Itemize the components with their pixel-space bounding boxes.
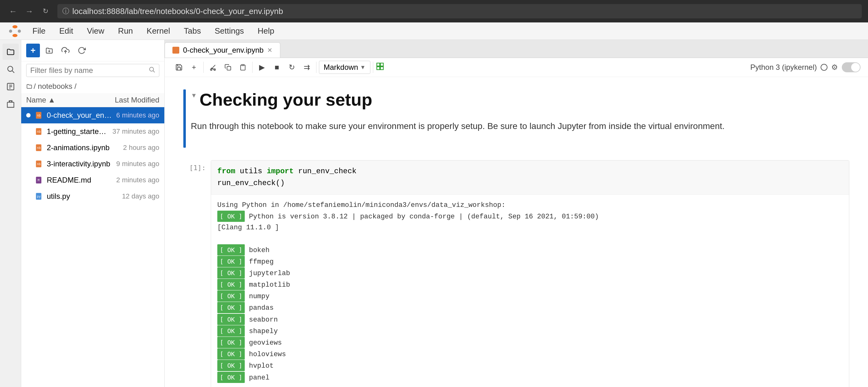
file-item-3[interactable]: nb 3-interactivity.ipynb 9 minutes ago [21, 156, 164, 172]
sidebar-icon-folder[interactable] [2, 44, 19, 60]
file-time-0: 6 minutes ago [116, 111, 159, 119]
cell-type-arrow: ▼ [360, 64, 366, 71]
svg-rect-36 [377, 63, 379, 66]
active-dot [26, 113, 31, 118]
menu-tabs[interactable]: Tabs [177, 24, 207, 38]
notebook-content: ▼ Checking your setup Run through this n… [165, 77, 868, 387]
search-input[interactable] [30, 66, 146, 75]
col-name-header[interactable]: Name ▲ [26, 96, 103, 104]
pkg-hvplot: [ OK ] hvplot [217, 360, 843, 372]
file-name-4: README.md [47, 176, 113, 185]
file-time-1: 37 minutes ago [113, 127, 159, 135]
file-name-3: 3-interactivity.ipynb [47, 160, 113, 168]
menu-view[interactable]: View [81, 24, 111, 38]
svg-point-2 [9, 30, 12, 33]
svg-point-4 [7, 66, 12, 71]
new-folder-button[interactable] [42, 44, 56, 57]
cut-button[interactable] [206, 60, 220, 74]
kernel-status-circle [820, 64, 828, 71]
file-browser: + [21, 40, 165, 387]
sidebar-icons [0, 40, 21, 387]
pkg-geoviews: [ OK ] geoviews [217, 337, 843, 348]
menu-bar: File Edit View Run Kernel Tabs Settings … [0, 23, 868, 40]
svg-text:M: M [38, 179, 40, 182]
notebook-tab[interactable]: 0-check_your_env.ipynb ✕ [165, 42, 280, 58]
upload-button[interactable] [59, 44, 72, 57]
paste-button[interactable] [236, 60, 250, 74]
sidebar-icon-extensions[interactable] [2, 96, 19, 112]
menu-kernel[interactable]: Kernel [140, 24, 176, 38]
sidebar-icon-running[interactable] [2, 78, 19, 95]
tab-bar: 0-check_your_env.ipynb ✕ [165, 40, 868, 58]
cell-tools-button[interactable] [376, 62, 384, 73]
pkg-bokeh: [ OK ] bokeh [217, 244, 843, 256]
svg-rect-28 [174, 48, 178, 53]
restart-button[interactable]: ↻ [285, 60, 299, 74]
file-item-5[interactable]: py utils.py 12 days ago [21, 188, 164, 204]
toggle-knob [851, 63, 860, 72]
fb-toolbar: + [21, 40, 164, 61]
ok-badge-python: [ OK ] [217, 211, 245, 222]
menu-help[interactable]: Help [251, 24, 280, 38]
cell-input-label: [1]: [186, 160, 211, 172]
svg-line-31 [213, 65, 215, 67]
tab-close-button[interactable]: ✕ [267, 46, 273, 54]
code-fn: run_env_check [298, 167, 356, 175]
back-button[interactable]: ← [6, 4, 20, 18]
svg-text:nb: nb [37, 146, 41, 150]
forward-button[interactable]: → [23, 4, 36, 18]
stop-button[interactable]: ■ [270, 60, 284, 74]
jupyter-logo [7, 24, 23, 39]
cell-collapse-arrow[interactable]: ▼ [191, 90, 199, 99]
lock-icon: ⓘ [62, 6, 69, 16]
toggle-switch[interactable] [842, 62, 861, 72]
save-button[interactable] [172, 60, 186, 74]
file-search[interactable] [26, 64, 159, 77]
file-time-4: 2 minutes ago [116, 176, 159, 184]
svg-rect-37 [380, 63, 383, 66]
notebook-toolbar: + [165, 58, 868, 77]
pkg-ffmpeg: [ OK ] ffmpeg [217, 256, 843, 267]
reload-button[interactable]: ↻ [39, 4, 52, 18]
notebook-subtitle: Run through this notebook to make sure y… [191, 120, 849, 133]
file-item-4[interactable]: M README.md 2 minutes ago [21, 172, 164, 188]
kw-from: from [217, 167, 236, 175]
cell-type-label: Markdown [323, 63, 358, 72]
menu-file[interactable]: File [26, 24, 52, 38]
svg-point-14 [150, 67, 154, 71]
svg-text:nb: nb [37, 162, 41, 166]
file-item-0[interactable]: nb 0-check_your_env.ipynb 6 minutes ago [21, 107, 164, 123]
new-launcher-button[interactable]: + [26, 44, 40, 57]
code-content[interactable]: from utils import run_env_check run_env_… [211, 160, 849, 194]
address-bar[interactable]: ⓘ localhost:8888/lab/tree/notebooks/0-ch… [57, 4, 862, 19]
output-python-version: Python is version 3.8.12 | packaged by c… [249, 213, 599, 221]
tab-notebook-icon [173, 47, 179, 54]
toolbar-separator-1 [203, 62, 204, 73]
copy-button[interactable] [221, 60, 235, 74]
pkg-seaborn: [ OK ] seaborn [217, 314, 843, 325]
sidebar-icon-search[interactable] [2, 61, 19, 77]
menu-edit[interactable]: Edit [53, 24, 80, 38]
cell-body-1[interactable]: from utils import run_env_check run_env_… [211, 160, 849, 387]
restart-run-button[interactable]: ⇉ [300, 60, 314, 74]
cell-type-selector[interactable]: Markdown ▼ [319, 61, 370, 74]
refresh-button[interactable] [75, 44, 89, 57]
file-item-2[interactable]: nb 2-animations.ipynb 2 hours ago [21, 139, 164, 156]
kernel-name: Python 3 (ipykernel) [750, 63, 817, 72]
file-time-2: 2 hours ago [123, 143, 159, 152]
main-layout: + [0, 40, 868, 387]
output-line-2: [ OK ] Python is version 3.8.12 | packag… [217, 211, 843, 222]
add-cell-button[interactable]: + [187, 60, 201, 74]
menu-settings[interactable]: Settings [208, 24, 250, 38]
menu-run[interactable]: Run [112, 24, 140, 38]
file-item-1[interactable]: nb 1-getting_started_with... 37 minutes … [21, 123, 164, 139]
kw-import: import [267, 167, 293, 175]
svg-rect-35 [242, 65, 244, 66]
breadcrumb-text: / notebooks / [34, 82, 76, 91]
file-name-2: 2-animations.ipynb [47, 143, 120, 152]
col-modified-header[interactable]: Last Modified [103, 96, 159, 104]
kernel-gear-icon[interactable]: ⚙ [831, 63, 838, 72]
nav-buttons: ← → ↻ [6, 4, 52, 18]
breadcrumb: / notebooks / [21, 79, 164, 93]
run-button[interactable]: ▶ [255, 60, 269, 74]
